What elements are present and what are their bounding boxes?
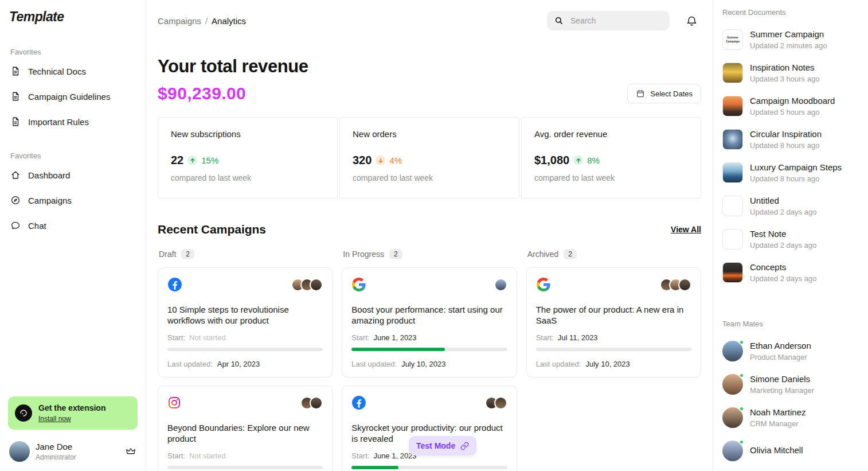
team-member-item[interactable]: Ethan Anderson Product Manager bbox=[722, 341, 859, 361]
trend-down-icon bbox=[376, 155, 385, 165]
document-thumbnail: Summer Campaign bbox=[722, 29, 743, 50]
online-status-dot bbox=[739, 439, 744, 445]
sidebar-item-campaign-guidelines[interactable]: Campaign Guidelines bbox=[8, 84, 138, 109]
member-role: Marketing Manager bbox=[750, 386, 814, 395]
document-item[interactable]: Luxury Campaign Steps Updated 8 hours ag… bbox=[722, 162, 859, 183]
get-extension-card[interactable]: Get the extension Install now bbox=[8, 396, 138, 430]
crown-icon[interactable] bbox=[125, 446, 136, 457]
sidebar-item-chat[interactable]: Chat bbox=[8, 213, 138, 238]
sidebar-item-important-rules[interactable]: Important Rules bbox=[8, 109, 138, 134]
stat-value: $1,080 bbox=[534, 154, 569, 167]
main-content: Campaigns / Analytics Your total revenue… bbox=[146, 0, 713, 471]
link-icon bbox=[460, 442, 469, 450]
progress-bar bbox=[167, 348, 323, 351]
column-count-badge: 2 bbox=[389, 249, 402, 259]
document-meta: Updated 2 days ago bbox=[750, 241, 816, 250]
breadcrumb: Campaigns / Analytics bbox=[158, 16, 246, 26]
start-label: Start: bbox=[167, 333, 185, 342]
extension-title: Get the extension bbox=[38, 403, 105, 412]
document-title: Luxury Campaign Steps bbox=[750, 162, 842, 172]
search-box[interactable] bbox=[547, 11, 670, 30]
sidebar-item-campaigns[interactable]: Campaigns bbox=[8, 188, 138, 213]
current-user-row[interactable]: Jane Doe Administrator bbox=[8, 440, 138, 463]
stats-row: New subscriptions 22 15% compared to las… bbox=[158, 117, 701, 198]
sidebar-item-dashboard[interactable]: Dashboard bbox=[8, 162, 138, 188]
member-name: Olivia Mitchell bbox=[750, 445, 803, 455]
select-dates-label: Select Dates bbox=[650, 89, 693, 98]
home-icon bbox=[10, 170, 21, 180]
column-archived: Archived 2 The power of our product: A n… bbox=[526, 249, 701, 471]
total-revenue-amount: $90,239.00 bbox=[158, 84, 308, 103]
stat-label: New orders bbox=[353, 129, 506, 139]
breadcrumb-parent[interactable]: Campaigns bbox=[158, 16, 201, 26]
topbar: Campaigns / Analytics bbox=[158, 10, 701, 31]
user-role: Administrator bbox=[36, 453, 76, 461]
user-name: Jane Doe bbox=[36, 442, 76, 451]
facebook-icon bbox=[351, 395, 366, 410]
document-thumbnail bbox=[722, 129, 743, 150]
start-label: Start: bbox=[167, 451, 185, 460]
document-item[interactable]: Untitled Updated 2 days ago bbox=[722, 196, 859, 216]
document-item[interactable]: Circular Inspiration Updated 8 hours ago bbox=[722, 129, 859, 150]
select-dates-button[interactable]: Select Dates bbox=[627, 84, 701, 103]
chat-bubble-icon bbox=[10, 220, 21, 231]
stat-note: compared to last week bbox=[353, 173, 506, 182]
instagram-icon bbox=[167, 396, 181, 410]
stat-delta: 4% bbox=[389, 155, 402, 165]
progress-bar bbox=[167, 466, 323, 469]
progress-bar bbox=[536, 348, 691, 351]
favorites-section-label: Favorites bbox=[8, 48, 138, 56]
sidebar-item-label: Campaign Guidelines bbox=[28, 92, 110, 102]
online-status-dot bbox=[739, 406, 744, 411]
install-now-link[interactable]: Install now bbox=[38, 415, 71, 423]
document-title: Summer Campaign bbox=[750, 29, 827, 39]
team-mates-title: Team Mates bbox=[722, 320, 859, 328]
avatar bbox=[494, 396, 507, 410]
page-title: Your total revenue bbox=[158, 56, 308, 77]
recent-campaigns-title: Recent Campaigns bbox=[158, 223, 266, 236]
document-item[interactable]: Summer Campaign Summer Campaign Updated … bbox=[722, 29, 859, 50]
online-status-dot bbox=[739, 373, 744, 378]
campaign-title: Beyond Boundaries: Explore our new produ… bbox=[167, 422, 323, 445]
member-avatar bbox=[722, 341, 743, 361]
document-title: Inspiration Notes bbox=[750, 63, 819, 72]
document-meta: Updated 2 days ago bbox=[750, 274, 816, 283]
search-input[interactable] bbox=[569, 15, 663, 26]
recent-campaigns-header: Recent Campaigns View All bbox=[158, 223, 701, 236]
breadcrumb-separator: / bbox=[205, 16, 208, 26]
calendar-icon bbox=[636, 89, 645, 98]
test-mode-badge[interactable]: Test Mode bbox=[409, 436, 476, 456]
campaign-card[interactable]: Skyrocket your productivity: our product… bbox=[342, 386, 517, 471]
sidebar-item-technical-docs[interactable]: Technical Docs bbox=[8, 59, 138, 84]
document-title: Test Note bbox=[750, 229, 816, 239]
campaign-card[interactable]: The power of our product: A new era in S… bbox=[526, 267, 701, 377]
online-status-dot bbox=[739, 340, 744, 345]
view-all-link[interactable]: View All bbox=[671, 225, 701, 234]
member-avatar bbox=[722, 374, 743, 395]
start-value: Jul 11, 2023 bbox=[558, 333, 598, 342]
document-thumbnail bbox=[722, 229, 743, 250]
assignee-avatars bbox=[291, 278, 323, 291]
start-value: Not started bbox=[189, 451, 226, 460]
team-member-item[interactable]: Simone Daniels Marketing Manager bbox=[722, 374, 859, 395]
document-item[interactable]: Concepts Updated 2 days ago bbox=[722, 262, 859, 283]
column-status-label: In Progress bbox=[343, 250, 384, 259]
campaign-card[interactable]: 10 Simple steps to revolutionise workflo… bbox=[158, 267, 333, 377]
search-icon bbox=[554, 15, 564, 26]
document-item[interactable]: Test Note Updated 2 days ago bbox=[722, 229, 859, 250]
user-avatar bbox=[9, 441, 30, 462]
document-meta: Updated 8 hours ago bbox=[750, 141, 822, 150]
campaign-card[interactable]: Boost your performance: start using our … bbox=[342, 267, 517, 377]
stat-delta: 8% bbox=[587, 155, 600, 165]
team-member-item[interactable]: Olivia Mitchell bbox=[722, 441, 859, 461]
campaign-card[interactable]: Beyond Boundaries: Explore our new produ… bbox=[158, 386, 333, 471]
document-item[interactable]: Inspiration Notes Updated 3 hours ago bbox=[722, 63, 859, 83]
document-item[interactable]: Campaign Moodboard Updated 5 hours ago bbox=[722, 96, 859, 116]
test-mode-label: Test Mode bbox=[416, 441, 455, 450]
bell-icon[interactable] bbox=[686, 15, 698, 27]
team-member-item[interactable]: Noah Martinez CRM Manager bbox=[722, 407, 859, 428]
sidebar-item-label: Dashboard bbox=[28, 170, 70, 180]
start-value: June 1, 2023 bbox=[373, 333, 416, 342]
document-meta: Updated 2 days ago bbox=[750, 208, 816, 216]
revenue-header: Your total revenue $90,239.00 Select Dat… bbox=[158, 56, 701, 103]
